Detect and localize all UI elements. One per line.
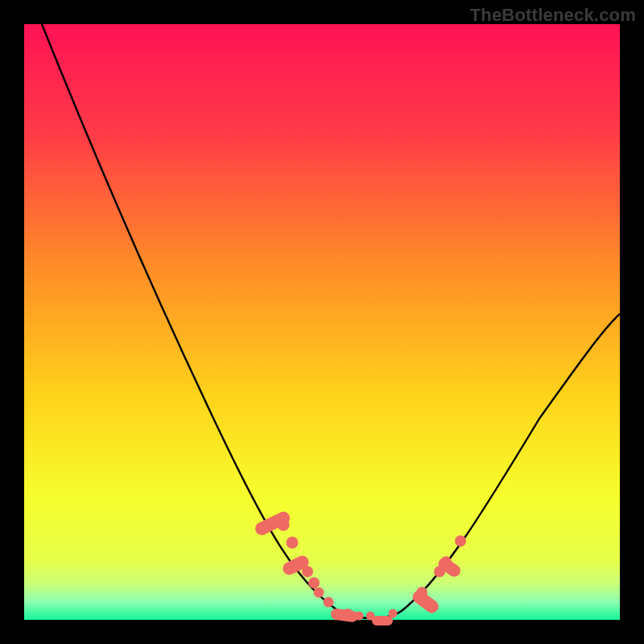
data-marker	[314, 588, 324, 598]
data-marker	[343, 609, 353, 618]
data-marker	[287, 537, 299, 549]
watermark-text: TheBottleneck.com	[470, 5, 636, 26]
data-marker	[302, 566, 313, 577]
svg-rect-0	[24, 24, 620, 620]
data-marker	[355, 612, 364, 621]
data-marker	[455, 535, 466, 547]
data-marker	[278, 519, 290, 531]
chart-frame	[24, 24, 620, 620]
data-marker	[324, 597, 334, 608]
chart-background	[24, 24, 620, 620]
data-marker	[389, 609, 398, 618]
data-marker	[372, 616, 393, 625]
